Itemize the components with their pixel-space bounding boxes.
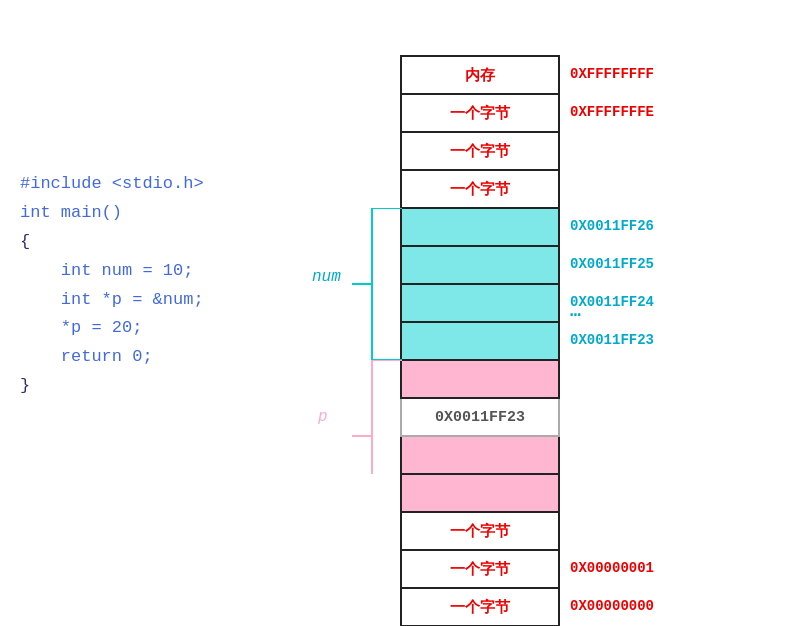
num-label: num (312, 268, 341, 286)
code-line-8: } (20, 372, 204, 401)
p-bracket (352, 360, 412, 474)
cell-plain-11: 一个字节 (401, 512, 559, 550)
code-line-6: *p = 20; (20, 314, 204, 343)
code-line-3: { (20, 228, 204, 257)
table-row-header: 内存 (401, 56, 559, 94)
cell-plain-1: 一个字节 (401, 132, 559, 170)
table-row: 一个字节 (401, 132, 559, 170)
code-line-5: int *p = &num; (20, 286, 204, 315)
code-section: #include <stdio.h> int main() { int num … (20, 170, 204, 401)
memory-diagram: 内存 一个字节 一个字节 一个字节 0X0011FF23 一个字节 一个字节 一… (400, 55, 560, 626)
address-labels: 0XFFFFFFFF 0XFFFFFFFE . . 0X0011FF26 0X0… (570, 55, 654, 625)
code-line-2: int main() (20, 199, 204, 228)
addr-1: . (570, 131, 654, 169)
table-row-plain-11: 一个字节 (401, 512, 559, 550)
code-line-1: #include <stdio.h> (20, 170, 204, 199)
cell-plain-0: 一个字节 (401, 94, 559, 132)
cell-plain-2: 一个字节 (401, 170, 559, 208)
addr-9: . (570, 435, 654, 473)
cell-cyan-3 (401, 322, 559, 360)
table-row-p-bot1 (401, 474, 559, 512)
table-row-num-2 (401, 284, 559, 322)
table-row: 一个字节 (401, 94, 559, 132)
cell-plain-13: 一个字节 (401, 588, 559, 626)
code-line-7: return 0; (20, 343, 204, 372)
table-row-p-bot0 (401, 436, 559, 474)
table-row-plain-12: 一个字节 (401, 550, 559, 588)
table-row-num-1 (401, 246, 559, 284)
addr-11: . (570, 511, 654, 549)
memory-header: 内存 (401, 56, 559, 94)
table-row-p-addr: 0X0011FF23 (401, 398, 559, 436)
cell-pink-bot1 (401, 474, 559, 512)
addr-header: 0XFFFFFFFF (570, 55, 654, 93)
addr-4: 0X0011FF25 (570, 245, 654, 283)
table-row: 一个字节 (401, 170, 559, 208)
cell-plain-12: 一个字节 (401, 550, 559, 588)
cell-cyan-0 (401, 208, 559, 246)
addr-7: . (570, 359, 654, 397)
memory-table: 内存 一个字节 一个字节 一个字节 0X0011FF23 一个字节 一个字节 一… (400, 55, 560, 626)
cell-pink-bot0 (401, 436, 559, 474)
num-bracket (352, 208, 412, 360)
cell-cyan-2 (401, 284, 559, 322)
cell-cyan-1 (401, 246, 559, 284)
addr-2: . (570, 169, 654, 207)
addr-12: 0X00000001 (570, 549, 654, 587)
code-line-4: int num = 10; (20, 257, 204, 286)
addr-0: 0XFFFFFFFE (570, 93, 654, 131)
table-row-num-3 (401, 322, 559, 360)
table-row-num-0 (401, 208, 559, 246)
addr-3: 0X0011FF26 (570, 207, 654, 245)
table-row-plain-13: 一个字节 (401, 588, 559, 626)
addr-13: 0X00000000 (570, 587, 654, 625)
addr-8: . (570, 397, 654, 435)
cell-pink-top (401, 360, 559, 398)
table-row-p-top (401, 360, 559, 398)
addr-5: 0X0011FF24 … (570, 283, 654, 321)
p-label: p (318, 408, 328, 426)
addr-10: . (570, 473, 654, 511)
cell-pointer-value: 0X0011FF23 (401, 398, 559, 436)
addr-6: 0X0011FF23 (570, 321, 654, 359)
